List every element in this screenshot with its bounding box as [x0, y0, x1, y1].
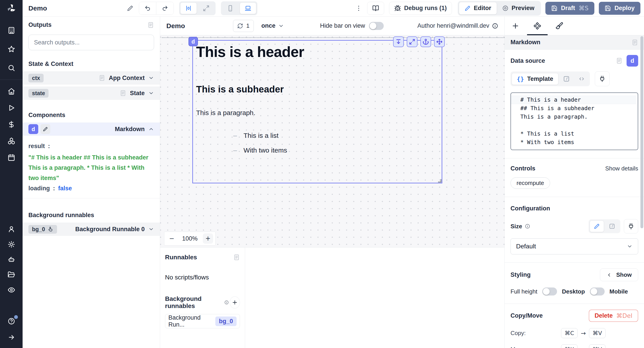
resources-icon[interactable] — [6, 136, 16, 146]
expand-sidebar-icon[interactable] — [6, 332, 16, 342]
delete-button[interactable]: Delete ⌘Del — [589, 310, 638, 322]
docs-button[interactable] — [367, 2, 384, 15]
help-icon[interactable] — [6, 316, 16, 326]
scrollbar[interactable] — [640, 16, 644, 348]
refresh-count-button[interactable]: 1 — [233, 20, 254, 32]
size-connect-button[interactable] — [624, 219, 638, 233]
ctx-doc-icon[interactable] — [98, 75, 105, 81]
code-mode-button[interactable] — [574, 73, 589, 85]
loading-key[interactable]: loading — [28, 185, 50, 192]
hide-bar-toggle[interactable] — [369, 22, 384, 30]
resize-handle[interactable] — [438, 179, 442, 182]
connect-input-button[interactable] — [595, 71, 610, 86]
redo-button[interactable] — [156, 2, 174, 14]
chevron-down-icon[interactable] — [148, 90, 154, 96]
audit-eye-icon[interactable] — [6, 285, 16, 295]
rename-app-icon[interactable] — [127, 5, 134, 12]
anchor-button[interactable] — [420, 36, 431, 47]
info-icon[interactable] — [492, 23, 498, 29]
preview-tab[interactable]: Preview — [497, 2, 540, 14]
code-line[interactable]: This is a paragraph. — [511, 113, 636, 121]
info-icon[interactable] — [224, 300, 229, 305]
size-static-button[interactable] — [590, 220, 604, 232]
constrained-width-button[interactable] — [180, 2, 197, 14]
ctx-row[interactable]: ctx App Context — [22, 71, 160, 84]
bg0-label: Background Runnable 0 — [75, 226, 145, 233]
undo-button[interactable] — [139, 2, 156, 14]
tab-component-settings[interactable] — [533, 16, 541, 35]
zoom-in-button[interactable]: + — [203, 233, 213, 244]
search-icon[interactable] — [6, 63, 16, 73]
size-function-button[interactable]: f — [605, 220, 619, 232]
deploy-button[interactable]: Deploy — [599, 2, 640, 15]
debug-runs-button[interactable]: Debug runs (1) — [389, 2, 452, 15]
folders-icon[interactable] — [6, 270, 16, 280]
schedules-icon[interactable] — [6, 153, 16, 162]
home-icon[interactable] — [6, 86, 16, 96]
chevron-up-icon[interactable] — [148, 126, 154, 132]
code-line[interactable]: * With two items — [511, 138, 636, 147]
component-tag-badge[interactable]: d — [188, 37, 198, 46]
settings-gear-icon[interactable] — [6, 239, 16, 249]
chevron-down-icon[interactable] — [148, 226, 154, 232]
result-key[interactable]: result — [28, 143, 45, 150]
windmill-logo[interactable] — [0, 0, 22, 16]
state-doc-icon[interactable] — [120, 90, 126, 97]
add-background-runnable-button[interactable] — [230, 296, 240, 309]
tab-insert-component[interactable] — [512, 16, 520, 35]
schedule-dropdown[interactable]: once — [262, 22, 284, 29]
code-line[interactable] — [511, 121, 636, 130]
full-height-toggle[interactable] — [542, 288, 557, 296]
data-source-component-badge[interactable]: d — [626, 55, 638, 67]
result-value[interactable]: "# This is a header ## This is a subhead… — [28, 152, 154, 183]
editor-tab[interactable]: Editor — [459, 2, 497, 14]
workspace-icon[interactable] — [6, 25, 16, 35]
markdown-list-item: With two items — [244, 147, 442, 154]
component-doc-icon[interactable] — [632, 39, 638, 46]
bg-runnables-title: Background runnables — [165, 295, 223, 310]
show-details-link[interactable]: Show details — [605, 165, 638, 172]
markdown-component[interactable]: d This is a header This is a subheader T… — [192, 40, 442, 183]
chevron-down-icon — [278, 23, 284, 29]
draft-button[interactable]: Draft ⌘S — [546, 2, 594, 15]
bg0-row[interactable]: bg_0 Background Runnable 0 — [22, 223, 160, 236]
runs-icon[interactable] — [6, 103, 16, 113]
app-canvas[interactable]: d This is a header This is a subheader T… — [160, 35, 504, 247]
workers-robot-icon[interactable] — [6, 255, 16, 264]
undo-redo-group — [139, 2, 174, 15]
code-line[interactable]: * This is a list — [511, 130, 636, 138]
info-icon[interactable] — [525, 224, 530, 229]
state-row[interactable]: state State — [22, 87, 160, 100]
data-source-doc-icon[interactable] — [616, 57, 622, 64]
code-line[interactable]: ## This is a subheader — [511, 104, 636, 113]
user-icon[interactable] — [6, 224, 16, 234]
code-line[interactable]: # This is a header — [511, 96, 636, 104]
editor-pencil-icon — [464, 5, 471, 11]
tab-global-styling[interactable] — [555, 16, 563, 35]
variables-icon[interactable] — [6, 120, 16, 129]
recompute-button[interactable]: recompute — [510, 177, 550, 189]
zoom-out-button[interactable]: − — [166, 233, 177, 244]
search-outputs-input[interactable] — [28, 35, 154, 50]
mobile-view-button[interactable] — [222, 2, 238, 14]
size-select[interactable]: Default — [510, 238, 638, 254]
function-mode-button[interactable]: f — [559, 73, 574, 85]
template-code-editor[interactable]: # This is a header ## This is a subheade… — [510, 92, 638, 150]
background-runnable-item[interactable]: Background Run... bg_0 — [165, 314, 240, 328]
full-width-button[interactable] — [198, 2, 214, 14]
move-button[interactable] — [434, 36, 445, 47]
desktop-view-button[interactable] — [240, 2, 256, 14]
chevron-down-icon[interactable] — [148, 75, 154, 81]
expand-down-button[interactable] — [393, 36, 404, 47]
styling-show-button[interactable]: Show — [600, 268, 638, 281]
runnables-doc-icon[interactable] — [233, 254, 240, 261]
fullscreen-button[interactable] — [407, 36, 418, 47]
component-rename-icon[interactable] — [40, 124, 50, 134]
template-mode-button[interactable]: {} Template — [512, 73, 558, 85]
panel-doc-icon[interactable] — [147, 22, 154, 28]
component-d-row[interactable]: d Markdown — [22, 123, 160, 136]
desktop-toggle[interactable] — [590, 288, 605, 296]
more-menu-icon[interactable] — [355, 5, 362, 12]
favorites-icon[interactable] — [6, 44, 16, 54]
scrollbar-thumb[interactable] — [640, 36, 643, 228]
